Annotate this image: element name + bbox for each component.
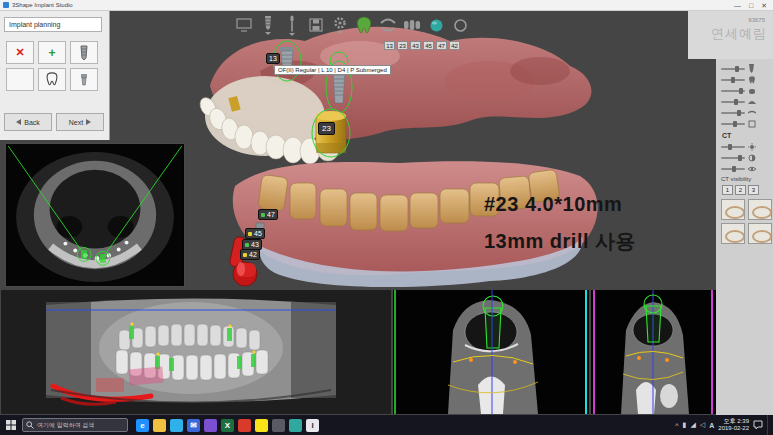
thumbnail-view-3[interactable] (721, 223, 745, 244)
ct-slider-row[interactable] (716, 163, 773, 174)
view-preset-row: 1 2 3 (716, 185, 773, 195)
contrast-icon (748, 154, 756, 162)
opacity-slider-row[interactable] (716, 63, 773, 74)
render-mode-button[interactable] (426, 12, 446, 38)
ct-slider-row[interactable] (716, 152, 773, 163)
patient-info-panel: 93675 연세예림 (688, 11, 773, 59)
taskbar-clock[interactable]: 오후 2:39 2019-02-22 (718, 418, 749, 432)
slider[interactable] (721, 68, 745, 70)
photos-icon[interactable] (204, 419, 217, 432)
slider[interactable] (721, 146, 745, 148)
back-label: Back (24, 119, 40, 126)
ct-axial-viewport[interactable] (5, 143, 185, 287)
search-placeholder: 여기에 입력하여 검색 (37, 421, 94, 430)
jaw-view-button[interactable] (378, 12, 398, 38)
window-controls: — □ ✕ (734, 0, 771, 11)
chevron-down-icon (265, 32, 271, 35)
mail-icon[interactable]: ✉ (187, 419, 200, 432)
thumbnail-view-4[interactable] (748, 223, 772, 244)
tooth-badge-23[interactable]: 23 (318, 122, 335, 135)
monitor-icon (236, 18, 252, 32)
panoramic-viewport[interactable] (1, 290, 391, 414)
edge-icon[interactable]: e (136, 419, 149, 432)
studio-app-icon[interactable]: I (306, 419, 319, 432)
abutment-button[interactable] (70, 68, 98, 91)
implant-library-button[interactable] (70, 41, 98, 64)
thumbnail-view-1[interactable] (721, 199, 745, 220)
opacity-button[interactable] (450, 12, 470, 38)
preset-1-button[interactable]: 1 (722, 185, 733, 195)
tooth-badge-42[interactable]: 42 (240, 249, 260, 260)
excel-icon[interactable]: X (221, 419, 234, 432)
tooth-toggle-row: 13 23 43 45 47 42 (384, 41, 460, 50)
ct-cross-section-viewport[interactable] (393, 290, 589, 414)
viewer-app-icon[interactable] (289, 419, 302, 432)
pano-upper-teeth (119, 324, 260, 350)
minimize-icon[interactable]: — (734, 2, 741, 9)
folder-icon[interactable] (153, 419, 166, 432)
implant-spec-label: OF(II) Regular | L 10 | D4 | P Submerged (274, 65, 391, 75)
browser-icon[interactable] (238, 419, 251, 432)
network-icon[interactable]: ◢ (690, 421, 695, 429)
implant-tool-button[interactable] (258, 12, 278, 38)
toggle-tooth-23[interactable]: 23 (397, 41, 408, 50)
ct-cross-section-2-viewport[interactable] (591, 290, 716, 414)
opacity-slider-row[interactable] (716, 74, 773, 85)
notification-icon[interactable] (753, 420, 763, 430)
volume-icon[interactable]: ◁ (700, 421, 705, 429)
battery-icon[interactable]: ▮ (683, 421, 687, 429)
patient-name: 연세예림 (711, 25, 767, 43)
screwdriver-button[interactable] (282, 12, 302, 38)
save-button[interactable] (306, 12, 326, 38)
ct-slider-row[interactable] (716, 141, 773, 152)
settings-button[interactable] (330, 12, 350, 38)
opacity-slider-row[interactable] (716, 85, 773, 96)
toggle-tooth-47[interactable]: 47 (436, 41, 447, 50)
slider[interactable] (721, 101, 745, 103)
toggle-tooth-42[interactable]: 42 (449, 41, 460, 50)
screen-layout-button[interactable] (234, 12, 254, 38)
add-implant-button[interactable]: + (38, 41, 66, 64)
preset-3-button[interactable]: 3 (748, 185, 759, 195)
view-thumbnails (716, 199, 773, 244)
thumbnail-view-2[interactable] (748, 199, 772, 220)
ime-indicator[interactable]: A (709, 422, 714, 429)
delete-implant-button[interactable]: ✕ (6, 41, 34, 64)
tooth-badge-13[interactable]: 13 (266, 53, 280, 64)
start-button[interactable] (0, 415, 22, 435)
toggle-tooth-43[interactable]: 43 (410, 41, 421, 50)
opacity-slider-row[interactable] (716, 96, 773, 107)
next-button[interactable]: Next (56, 113, 104, 131)
close-icon[interactable]: ✕ (761, 2, 767, 10)
slider[interactable] (721, 168, 745, 170)
teeth-row-button[interactable] (402, 12, 422, 38)
toggle-tooth-45[interactable]: 45 (423, 41, 434, 50)
tooth-badge-47[interactable]: 47 (258, 209, 278, 220)
slider[interactable] (721, 157, 745, 159)
sphere-icon (429, 18, 444, 33)
chevron-down-icon (289, 33, 295, 36)
slider[interactable] (721, 123, 745, 125)
slider[interactable] (721, 79, 745, 81)
toggle-tooth-13[interactable]: 13 (384, 41, 395, 50)
settings-app-icon[interactable] (272, 419, 285, 432)
ct-label[interactable]: CT (716, 129, 773, 141)
store-icon[interactable] (170, 419, 183, 432)
slider[interactable] (721, 112, 745, 114)
selection-button[interactable] (6, 68, 34, 91)
back-button[interactable]: Back (4, 113, 52, 131)
maximize-icon[interactable]: □ (749, 2, 753, 9)
tooth-view-button[interactable] (354, 12, 374, 38)
taskbar-search-input[interactable]: 여기에 입력하여 검색 (22, 418, 128, 432)
slider[interactable] (721, 90, 745, 92)
show-desktop-button[interactable] (767, 415, 771, 435)
tooth-badge-45[interactable]: 45 (245, 228, 265, 239)
tooth-button[interactable] (38, 68, 66, 91)
scan-small-icon (748, 120, 756, 128)
annotation-line2: 13mm drill 사용 (484, 223, 636, 260)
tray-expand-icon[interactable]: ^ (675, 422, 678, 429)
opacity-slider-row[interactable] (716, 118, 773, 129)
kakao-icon[interactable] (255, 419, 268, 432)
preset-2-button[interactable]: 2 (735, 185, 746, 195)
opacity-slider-row[interactable] (716, 107, 773, 118)
